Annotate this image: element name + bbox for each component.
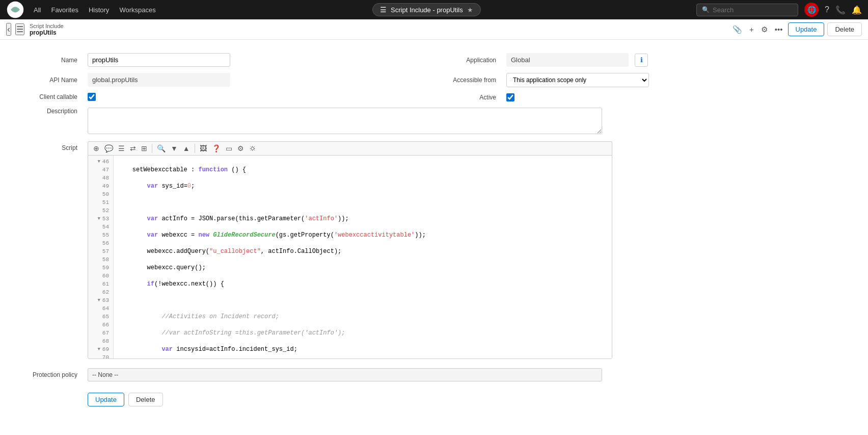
active-label: Active (434, 94, 500, 101)
ln-55: 55 (88, 231, 113, 239)
back-button[interactable]: ‹ (6, 23, 11, 36)
up-tool-btn[interactable]: ▲ (181, 143, 192, 153)
ln-47: 47 (88, 166, 113, 174)
page-title-top: Script Include (30, 23, 64, 29)
form-right-col: Application Global ℹ Accessible from Thi… (434, 50, 853, 105)
line-numbers: ▼46 47 48 49 50 51 52 ▼53 54 55 56 57 58… (88, 156, 114, 359)
ln-53: ▼53 (88, 215, 113, 223)
help-tool-btn[interactable]: ❓ (210, 143, 223, 153)
dropdown-tool-btn[interactable]: ▼ (169, 143, 180, 153)
description-label: Description (15, 108, 82, 115)
comment-tool-btn[interactable]: 💬 (102, 143, 115, 153)
main-content: Name API Name global.propUtils Client ca… (0, 40, 868, 435)
page-breadcrumb-title: Script Include - propUtils (391, 6, 463, 14)
ln-51: 51 (88, 198, 113, 207)
image-tool-btn[interactable]: 🖼 (198, 143, 209, 153)
hamburger-icon: ☰ (380, 6, 387, 14)
ln-48: 48 (88, 174, 113, 182)
nav-history[interactable]: History (88, 4, 110, 16)
ln-68: 68 (88, 337, 113, 345)
page-title-main: propUtils (30, 29, 64, 36)
add-icon-btn[interactable]: + (747, 23, 756, 36)
ln-49: 49 (88, 182, 113, 190)
search-replace-tool-btn[interactable]: ⇄ (128, 143, 138, 153)
ln-65: 65 (88, 313, 113, 321)
application-row: Application Global ℹ (434, 50, 853, 70)
center-title-area: ☰ Script Include - propUtils ★ (165, 3, 688, 16)
protection-policy-row: Protection policy -- None -- (15, 363, 853, 387)
sub-nav: ‹ ☰ Script Include propUtils 📎 + ⚙ ••• U… (0, 19, 868, 40)
nav-all[interactable]: All (33, 4, 42, 16)
client-callable-row: Client callable (15, 90, 434, 104)
code-editor[interactable]: ▼46 47 48 49 50 51 52 ▼53 54 55 56 57 58… (88, 155, 612, 359)
attachment-icon-btn[interactable]: 📎 (730, 23, 744, 36)
client-callable-label: Client callable (15, 93, 82, 100)
script-editor-container: ⊕ 💬 ☰ ⇄ ⊞ 🔍 ▼ ▲ 🖼 ❓ ▭ ⚙ ⛭ ▼46 47 (88, 141, 612, 359)
ln-66: 66 (88, 321, 113, 329)
bottom-update-button[interactable]: Update (88, 393, 124, 406)
name-label: Name (15, 57, 82, 64)
toolbar-actions: 📎 + ⚙ ••• Update Delete (730, 22, 862, 36)
form-grid: Name API Name global.propUtils Client ca… (15, 50, 853, 105)
ln-50: 50 (88, 190, 113, 198)
bottom-buttons: Update Delete (15, 387, 853, 417)
settings2-tool-btn[interactable]: ⚙ (235, 143, 246, 153)
protection-policy-label: Protection policy (15, 371, 82, 378)
ln-59: 59 (88, 264, 113, 272)
format-tool-btn[interactable]: ☰ (116, 143, 127, 153)
script-label: Script (15, 141, 82, 151)
info-icon-btn[interactable]: ℹ (635, 54, 648, 67)
name-input[interactable] (88, 53, 230, 67)
bell-icon-btn[interactable]: 🔔 (852, 5, 862, 15)
phone-icon-btn[interactable]: 📞 (835, 5, 846, 15)
servicenow-logo (6, 1, 24, 19)
nav-favorites[interactable]: Favorites (50, 4, 79, 16)
ln-52: 52 (88, 207, 113, 215)
help-icon-btn[interactable]: ? (825, 5, 829, 14)
description-textarea[interactable] (88, 108, 602, 134)
settings-icon-btn[interactable]: ⚙ (759, 23, 770, 36)
menu-button[interactable]: ☰ (15, 23, 24, 35)
accessible-from-select[interactable]: This application scope only All applicat… (506, 73, 649, 87)
globe-icon-btn[interactable]: 🌐 (804, 3, 819, 17)
api-name-value: global.propUtils (88, 73, 230, 87)
config-tool-btn[interactable]: ⛭ (247, 143, 258, 153)
accessible-from-label: Accessible from (434, 76, 500, 84)
script-row: Script ⊕ 💬 ☰ ⇄ ⊞ 🔍 ▼ ▲ 🖼 ❓ ▭ ⚙ ⛭ (15, 137, 853, 363)
ln-61: 61 (88, 280, 113, 288)
ln-69: ▼69 (88, 345, 113, 353)
ln-70: 70 (88, 353, 113, 359)
star-icon[interactable]: ★ (467, 6, 473, 14)
delete-button[interactable]: Delete (827, 22, 862, 36)
more-icon-btn[interactable]: ••• (773, 23, 785, 36)
update-button[interactable]: Update (788, 22, 825, 36)
top-nav: All Favorites History Workspaces ☰ Scrip… (0, 0, 868, 19)
ln-63: ▼63 (88, 296, 113, 304)
code-content[interactable]: setWebexcctable : function () { var sys_… (114, 156, 612, 359)
search-input[interactable] (713, 6, 793, 14)
accessible-from-row: Accessible from This application scope o… (434, 70, 853, 90)
api-name-row: API Name global.propUtils (15, 70, 434, 90)
ln-57: 57 (88, 247, 113, 255)
protection-policy-value: -- None -- (88, 368, 602, 381)
ln-58: 58 (88, 255, 113, 264)
ln-54: 54 (88, 223, 113, 231)
active-checkbox[interactable] (506, 93, 514, 101)
form-left-col: Name API Name global.propUtils Client ca… (15, 50, 434, 105)
table-tool-btn[interactable]: ⊞ (139, 143, 149, 153)
description-row: Description (15, 105, 853, 137)
panel-tool-btn[interactable]: ▭ (224, 143, 234, 153)
ln-56: 56 (88, 239, 113, 247)
application-label: Application (434, 57, 500, 64)
bottom-delete-button[interactable]: Delete (128, 393, 163, 406)
client-callable-checkbox[interactable] (88, 93, 96, 101)
nav-workspaces[interactable]: Workspaces (118, 4, 156, 16)
ln-62: 62 (88, 288, 113, 296)
top-right-actions: 🔍 🌐 ? 📞 🔔 (696, 3, 862, 17)
application-value: Global (506, 53, 629, 67)
breadcrumb-pill[interactable]: ☰ Script Include - propUtils ★ (372, 3, 481, 16)
find-tool-btn[interactable]: 🔍 (155, 143, 168, 153)
search-box[interactable]: 🔍 (696, 4, 798, 16)
expand-tool-btn[interactable]: ⊕ (91, 143, 101, 153)
ln-67: 67 (88, 329, 113, 337)
